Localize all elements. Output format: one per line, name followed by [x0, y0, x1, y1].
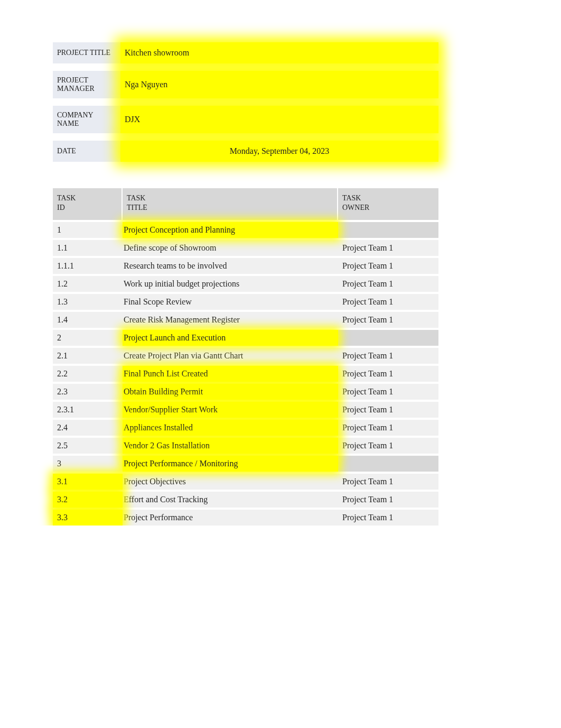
table-row: 2.5Vendor 2 Gas InstallationProject Team…	[53, 436, 438, 454]
task-body: 1Project Conception and Planning1.1Defin…	[53, 220, 438, 526]
task-title-cell: Effort and Cost Tracking	[123, 492, 338, 508]
task-title-cell: Create Project Plan via Gantt Chart	[123, 348, 338, 364]
info-value: Nga Nguyen	[120, 71, 438, 98]
task-owner-cell: Project Team 1	[338, 348, 438, 364]
info-label: COMPANY NAME	[53, 106, 120, 133]
table-row: 2.3Obtain Building PermitProject Team 1	[53, 382, 438, 400]
task-header-row: TASKID TASKTITLE TASKOWNER	[53, 188, 438, 220]
table-row: 1Project Conception and Planning	[53, 220, 438, 238]
task-owner-cell: Project Team 1	[338, 294, 438, 310]
info-row-project-title: PROJECT TITLE Kitchen showroom Fill In	[53, 42, 438, 63]
task-id-cell: 2.4	[53, 420, 123, 436]
task-owner-cell	[338, 330, 438, 346]
task-title-cell: Project Objectives	[123, 474, 338, 490]
table-row: 3.3Project PerformanceProject Team 1	[53, 508, 438, 526]
task-owner-cell: Project Team 1	[338, 240, 438, 256]
table-row: 1.2Work up initial budget projectionsPro…	[53, 274, 438, 292]
table-row: 2.1Create Project Plan via Gantt ChartPr…	[53, 346, 438, 364]
task-id-cell: 2.3.1	[53, 402, 123, 418]
table-row: 1.1.1Research teams to be involvedProjec…	[53, 256, 438, 274]
table-row: 3.1Project ObjectivesProject Team 1	[53, 472, 438, 490]
table-row: 2.2Final Punch List CreatedProject Team …	[53, 364, 438, 382]
task-owner-cell: Project Team 1	[338, 402, 438, 418]
task-owner-cell: Project Team 1	[338, 510, 438, 526]
header-task-id: TASKID	[53, 188, 123, 220]
task-owner-cell: Project Team 1	[338, 384, 438, 400]
info-label: DATE	[53, 141, 120, 162]
info-label: PROJECT MANAGER	[53, 71, 120, 98]
header-task-owner: TASKOWNER	[338, 188, 438, 220]
task-title-cell: Obtain Building Permit	[123, 384, 338, 400]
task-id-cell: 1.1.1	[53, 258, 123, 274]
task-id-cell: 2.1	[53, 348, 123, 364]
task-title-cell: Project Performance / Monitoring	[123, 456, 338, 472]
header-task-title: TASKTITLE	[123, 188, 338, 220]
table-row: 2.3.1Vendor/Supplier Start WorkProject T…	[53, 400, 438, 418]
task-title-cell: Vendor/Supplier Start Work	[123, 402, 338, 418]
table-row: 1.4Create Risk Management RegisterProjec…	[53, 310, 438, 328]
task-id-cell: 1.1	[53, 240, 123, 256]
table-row: 3.2Effort and Cost TrackingProject Team …	[53, 490, 438, 508]
page-container: PROJECT TITLE Kitchen showroom Fill In P…	[53, 42, 491, 526]
task-title-cell: Final Punch List Created	[123, 366, 338, 382]
task-title-cell: Vendor 2 Gas Installation	[123, 438, 338, 454]
task-title-cell: Project Conception and Planning	[123, 222, 338, 238]
info-row-project-manager: PROJECT MANAGER Nga Nguyen Fill In	[53, 71, 438, 98]
task-title-cell: Create Risk Management Register	[123, 312, 338, 328]
info-label: PROJECT TITLE	[53, 42, 120, 63]
info-row-company-name: COMPANY NAME DJX Fill In	[53, 106, 438, 133]
task-id-cell: 3.3	[53, 510, 123, 526]
task-owner-cell: Project Team 1	[338, 276, 438, 292]
task-id-cell: 2.2	[53, 366, 123, 382]
task-id-cell: 3.2	[53, 492, 123, 508]
info-value: Kitchen showroom	[120, 42, 438, 63]
info-value: Monday, September 04, 2023	[120, 141, 438, 162]
task-id-cell: 1	[53, 222, 123, 238]
info-value: DJX	[120, 106, 438, 133]
table-row: 2.4Appliances InstalledProject Team 1	[53, 418, 438, 436]
task-title-cell: Project Performance	[123, 510, 338, 526]
task-title-cell: Work up initial budget projections	[123, 276, 338, 292]
task-table: TASKID TASKTITLE TASKOWNER 1Project Conc…	[53, 188, 438, 526]
task-owner-cell: Project Team 1	[338, 438, 438, 454]
task-id-cell: 2.3	[53, 384, 123, 400]
task-owner-cell	[338, 456, 438, 472]
task-id-cell: 3.1	[53, 474, 123, 490]
task-owner-cell: Project Team 1	[338, 492, 438, 508]
task-id-cell: 1.2	[53, 276, 123, 292]
task-title-cell: Research teams to be involved	[123, 258, 338, 274]
task-title-cell: Project Launch and Execution	[123, 330, 338, 346]
task-title-cell: Define scope of Showroom	[123, 240, 338, 256]
task-owner-cell: Project Team 1	[338, 474, 438, 490]
table-row: 3Project Performance / Monitoring	[53, 454, 438, 472]
task-owner-cell: Project Team 1	[338, 366, 438, 382]
task-owner-cell	[338, 222, 438, 238]
task-id-cell: 3	[53, 456, 123, 472]
task-owner-cell: Project Team 1	[338, 258, 438, 274]
task-owner-cell: Project Team 1	[338, 420, 438, 436]
table-row: 1.1Define scope of ShowroomProject Team …	[53, 238, 438, 256]
table-row: 1.3Final Scope ReviewProject Team 1	[53, 292, 438, 310]
task-id-cell: 1.4	[53, 312, 123, 328]
info-row-date: DATE Monday, September 04, 2023 Fill In	[53, 141, 438, 162]
table-row: 2Project Launch and Execution	[53, 328, 438, 346]
project-info-section: PROJECT TITLE Kitchen showroom Fill In P…	[53, 42, 438, 162]
task-id-cell: 2	[53, 330, 123, 346]
task-id-cell: 1.3	[53, 294, 123, 310]
task-id-cell: 2.5	[53, 438, 123, 454]
task-title-cell: Appliances Installed	[123, 420, 338, 436]
task-owner-cell: Project Team 1	[338, 312, 438, 328]
task-title-cell: Final Scope Review	[123, 294, 338, 310]
